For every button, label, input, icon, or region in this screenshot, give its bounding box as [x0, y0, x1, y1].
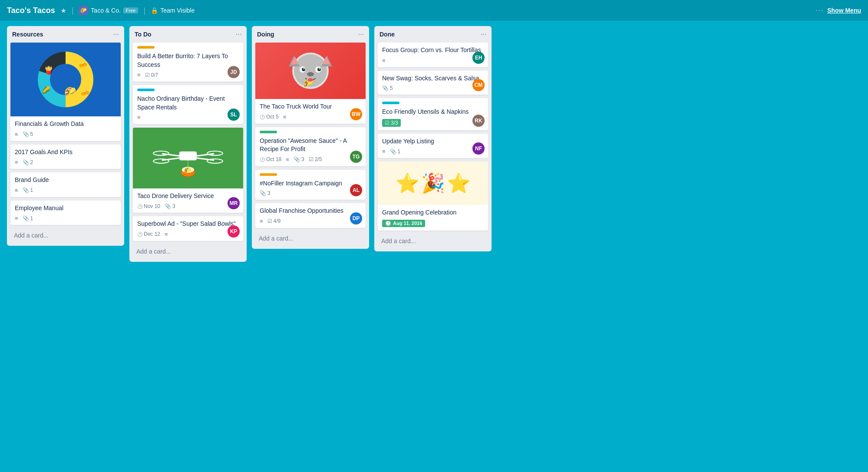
card-grand-opening[interactable]: ⭐ 🎉 ⭐ Grand Opening Celebration🕐Aug 11, … [378, 162, 488, 231]
svg-point-16 [153, 159, 169, 163]
column-title-todo: To Do [135, 31, 152, 38]
svg-rect-9 [179, 152, 197, 160]
card-title-superbowl: Superbowl Ad - "Super Salad Bowls" [137, 220, 239, 228]
card-meta: 📎5 [15, 131, 116, 138]
card-awesome-sauce[interactable]: Operation "Awesome Sauce" - A Recipe For… [255, 127, 366, 166]
visibility-icon: 🔒 [151, 7, 158, 14]
description-icon [286, 156, 289, 163]
card-attachments: 📎5 [23, 131, 33, 137]
add-card-resources[interactable]: Add a card... [10, 229, 121, 241]
column-menu-icon-doing[interactable]: ··· [358, 30, 364, 38]
card-avatar: MR [228, 197, 240, 209]
card-title-instagram: #NoFiller Instagram Campaign [260, 179, 361, 188]
svg-text:🧀: 🧀 [81, 88, 89, 96]
divider2: | [143, 6, 145, 15]
clock-icon [137, 203, 142, 209]
card-instagram[interactable]: #NoFiller Instagram Campaign📎3AL [255, 170, 366, 200]
card-meta: Oct 5 [260, 114, 361, 120]
card-attachments: 📎5 [382, 85, 393, 91]
workspace-info[interactable]: 🌮 Taco & Co. Free [79, 6, 138, 15]
card-desc-icon [382, 148, 386, 155]
card-burrito[interactable]: Build A Better Burrito: 7 Layers To Succ… [133, 43, 243, 82]
card-desc-icon [15, 215, 18, 221]
card-checklist: ☑4/9 [267, 218, 281, 224]
clip-icon: 📎 [390, 149, 396, 155]
card-franchise[interactable]: Global Franchise Opportunities☑4/9DP [255, 203, 366, 228]
description-icon [15, 159, 18, 165]
column-menu-icon-resources[interactable]: ··· [113, 30, 119, 38]
card-desc-icon [260, 218, 263, 224]
add-card-done[interactable]: Add a card... [378, 235, 488, 247]
svg-point-15 [207, 151, 223, 155]
card-desc-icon [286, 156, 289, 163]
free-badge: Free [123, 7, 139, 13]
column-menu-icon-todo[interactable]: ··· [236, 30, 241, 38]
column-menu-icon-done[interactable]: ··· [481, 30, 486, 38]
card-taco-truck[interactable]: 🌮 The Taco Truck World TourOct 5BW [255, 43, 366, 124]
card-title-burrito: Build A Better Burrito: 7 Layers To Succ… [137, 52, 239, 69]
card-meta: ☑0/7 [137, 72, 239, 78]
card-checklist: ☑2/5 [309, 156, 322, 162]
card-title-swag: New Swag: Socks, Scarves & Salsa [382, 74, 484, 83]
more-options-icon[interactable]: ··· [815, 7, 824, 14]
card-birthday[interactable]: Nacho Ordinary Birthday - Event Space Re… [133, 85, 243, 124]
card-yelp[interactable]: Update Yelp Listing📎1NF [378, 134, 488, 158]
add-card-todo[interactable]: Add a card... [133, 245, 243, 257]
card-avatar: BW [350, 108, 362, 120]
visibility-info[interactable]: 🔒 Team Visible [151, 7, 195, 14]
clip-icon: 📎 [23, 131, 29, 137]
column-resources: Resources ··· 🌮 🍟 🧀 🌽 🧀 Financials & Gr [7, 26, 124, 246]
svg-text:🌮: 🌮 [184, 167, 191, 174]
app-header: Taco's Tacos ★ | 🌮 Taco & Co. Free | 🔒 T… [0, 0, 868, 21]
svg-point-14 [153, 151, 169, 155]
card-desc-icon [137, 114, 141, 121]
svg-point-32 [304, 68, 305, 69]
column-title-doing: Doing [257, 31, 274, 38]
clip-icon: 📎 [382, 85, 389, 91]
card-date: Dec 12 [137, 231, 160, 237]
description-icon [283, 114, 287, 120]
card-label [382, 102, 399, 104]
card-focus-group[interactable]: Focus Group: Corn vs. Flour TortillasEH [378, 43, 488, 67]
card-label [260, 173, 277, 176]
column-header-done: Done ··· [378, 30, 488, 38]
clip-icon: 📎 [23, 187, 29, 193]
clip-icon: 📎 [165, 203, 171, 209]
card-drone[interactable]: 🌮 Taco Drone Delivery ServiceNov 10📎3MR [133, 128, 243, 213]
svg-text:🌮: 🌮 [64, 86, 76, 97]
card-checklist-done: ☑ 3/3 [382, 119, 401, 127]
card-desc-icon [283, 114, 287, 120]
card-title-brand: Brand Guide [15, 176, 116, 185]
card-meta [382, 57, 484, 64]
board: Resources ··· 🌮 🍟 🧀 🌽 🧀 Financials & Gr [0, 21, 868, 267]
card-date: Oct 18 [260, 156, 281, 162]
add-card-doing[interactable]: Add a card... [255, 232, 366, 244]
clip-icon: 📎 [23, 215, 29, 221]
card-eco[interactable]: Eco Friendly Utensils & Napkins☑ 3/3RK [378, 98, 488, 130]
svg-text:🍟: 🍟 [44, 66, 54, 75]
card-title-goals: 2017 Goals And KPIs [15, 148, 116, 157]
card-employee[interactable]: Employee Manual📎1 [10, 201, 121, 225]
card-title-franchise: Global Franchise Opportunities [260, 207, 361, 215]
card-brand[interactable]: Brand Guide📎1 [10, 172, 121, 197]
card-title-financials: Financials & Growth Data [15, 120, 116, 129]
card-financials[interactable]: 🌮 🍟 🧀 🌽 🧀 Financials & Growth Data📎5 [10, 43, 121, 141]
description-icon [137, 114, 141, 121]
card-swag[interactable]: New Swag: Socks, Scarves & Salsa📎5CM [378, 71, 488, 95]
clock-icon [260, 114, 265, 120]
card-goals[interactable]: 2017 Goals And KPIs📎2 [10, 145, 121, 169]
card-meta: ☑4/9 [260, 218, 361, 224]
card-label [137, 89, 155, 91]
checklist-icon: ☑ [267, 218, 272, 224]
card-label [137, 46, 155, 49]
clock-icon [137, 231, 142, 237]
star-icon[interactable]: ★ [60, 7, 66, 15]
card-meta: Dec 12 [137, 231, 239, 238]
card-meta: 📎5 [382, 85, 484, 91]
donut-chart-image: 🌮 🍟 🧀 🌽 🧀 [10, 43, 121, 116]
show-menu-button[interactable]: Show Menu [827, 7, 861, 14]
column-todo: To Do ··· Build A Better Burrito: 7 Laye… [129, 26, 247, 262]
card-attachments: 📎3 [165, 203, 175, 209]
card-superbowl[interactable]: Superbowl Ad - "Super Salad Bowls"Dec 12… [133, 216, 243, 241]
card-avatar: KP [228, 225, 240, 238]
